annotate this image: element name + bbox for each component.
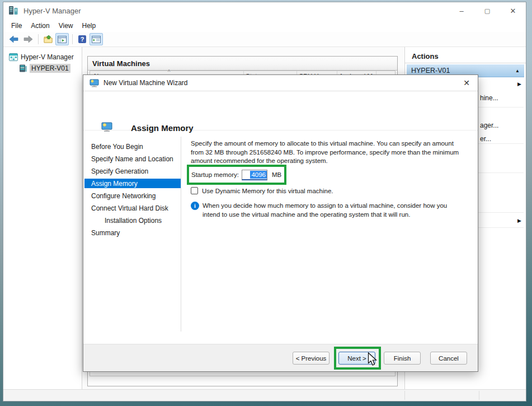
nav-specify-name-location[interactable]: Specify Name and Location: [84, 153, 181, 165]
toolbar-separator: [72, 34, 73, 44]
vm-console-icon[interactable]: [90, 33, 103, 45]
tree-item-label: Hyper-V Manager: [21, 53, 74, 61]
tree-item-host[interactable]: HYPER-V01: [3, 63, 82, 73]
maximize-button[interactable]: ▢: [474, 2, 500, 19]
info-note-text: When you decide how much memory to assig…: [203, 202, 465, 219]
startup-memory-value: 4096: [250, 171, 267, 179]
status-divider: [479, 391, 479, 400]
info-note-row: i When you decide how much memory to ass…: [191, 202, 470, 219]
wizard-header: Assign Memory: [83, 91, 478, 130]
window-title: Hyper-V Manager: [23, 7, 81, 15]
minimize-button[interactable]: –: [449, 2, 474, 19]
nav-before-you-begin[interactable]: Before You Begin: [84, 141, 181, 153]
nav-assign-memory[interactable]: Assign Memory: [84, 179, 181, 188]
nav-installation-options[interactable]: Installation Options: [84, 214, 181, 227]
dialog-title-bar: New Virtual Machine Wizard ✕: [83, 75, 478, 91]
help-icon[interactable]: ?: [76, 33, 89, 45]
dialog-title: New Virtual Machine Wizard: [103, 79, 188, 87]
cancel-button[interactable]: Cancel: [430, 352, 467, 365]
menu-bar: File Action View Help: [3, 19, 526, 32]
server-icon: [19, 64, 27, 72]
menu-view[interactable]: View: [54, 21, 78, 31]
console-panel-icon[interactable]: [55, 33, 69, 45]
collapse-icon[interactable]: ▲: [515, 68, 520, 73]
title-bar: Hyper-V Manager – ▢ ✕: [3, 2, 526, 19]
forward-icon[interactable]: [21, 33, 35, 45]
toolbar-separator: [38, 34, 39, 44]
manager-grid-icon: [9, 53, 18, 61]
dynamic-memory-label: Use Dynamic Memory for this virtual mach…: [202, 188, 333, 194]
back-icon[interactable]: [7, 33, 21, 45]
menu-file[interactable]: File: [7, 21, 26, 31]
virtual-machines-title: Virtual Machines: [92, 59, 150, 68]
startup-memory-highlight: Startup memory: 4096 MB: [187, 165, 286, 185]
action-item-fragment[interactable]: er...: [480, 135, 491, 143]
nav-configure-networking[interactable]: Configure Networking: [84, 190, 181, 202]
svg-text:?: ?: [81, 36, 84, 43]
new-vm-wizard-dialog: New Virtual Machine Wizard ✕ Assign Memo…: [83, 74, 478, 372]
actions-separator: [405, 63, 526, 63]
actions-host-label: HYPER-V01: [411, 67, 450, 74]
info-icon: i: [191, 202, 199, 210]
finish-button[interactable]: Finish: [384, 352, 421, 365]
assign-memory-icon: [101, 122, 112, 132]
mouse-cursor: [368, 352, 377, 366]
actions-title: Actions: [405, 47, 526, 60]
tree-item-label-selected: HYPER-V01: [30, 64, 70, 73]
tree-item-hyperv-manager[interactable]: Hyper-V Manager: [3, 52, 82, 62]
nav-content-divider: [181, 137, 181, 332]
action-item-fragment[interactable]: hine...: [480, 94, 498, 102]
wizard-footer: < Previous Next > Finish Cancel: [83, 344, 478, 371]
status-bar: [3, 389, 526, 401]
toolbar: ?: [3, 32, 526, 47]
dynamic-memory-row: Use Dynamic Memory for this virtual mach…: [191, 187, 333, 194]
submenu-arrow-icon[interactable]: ▶: [517, 218, 521, 223]
previous-button[interactable]: < Previous: [293, 352, 329, 365]
action-item-fragment[interactable]: ager...: [480, 122, 498, 129]
submenu-arrow-icon[interactable]: ▶: [517, 81, 521, 87]
console-tree-panel: Hyper-V Manager HYPER-V01: [3, 47, 82, 389]
menu-action[interactable]: Action: [26, 21, 54, 31]
memory-unit-label: MB: [272, 171, 281, 178]
wizard-monitor-icon: [90, 79, 99, 87]
status-divider: [404, 391, 405, 400]
app-icon: [8, 6, 19, 16]
startup-memory-input[interactable]: 4096: [242, 170, 267, 180]
menu-help[interactable]: Help: [78, 21, 101, 31]
folder-icon[interactable]: [41, 33, 55, 45]
dialog-close-icon[interactable]: ✕: [455, 78, 478, 87]
startup-memory-label: Startup memory:: [191, 171, 239, 178]
nav-connect-virtual-hard-disk[interactable]: Connect Virtual Hard Disk: [84, 202, 181, 214]
virtual-machines-header: Virtual Machines: [88, 57, 397, 71]
wizard-nav-list: Before You Begin Specify Name and Locati…: [84, 141, 181, 239]
nav-specify-generation[interactable]: Specify Generation: [84, 165, 181, 178]
dynamic-memory-checkbox[interactable]: [191, 187, 198, 194]
close-button[interactable]: ✕: [500, 2, 526, 19]
nav-summary[interactable]: Summary: [84, 227, 181, 239]
memory-intro-text: Specify the amount of memory to allocate…: [191, 139, 466, 166]
page-title: Assign Memory: [131, 123, 194, 133]
